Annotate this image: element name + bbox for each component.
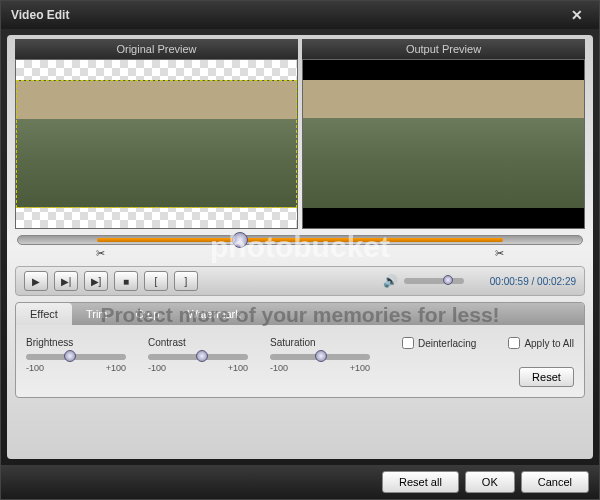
original-crop-frame[interactable]	[16, 80, 297, 208]
timeline-markers: ✂ ✂	[17, 247, 583, 260]
original-preview-body[interactable]	[15, 59, 298, 229]
original-preview-column: Original Preview	[15, 39, 298, 229]
brightness-min: -100	[26, 363, 44, 373]
ok-button[interactable]: OK	[465, 471, 515, 493]
volume-slider[interactable]	[404, 278, 464, 284]
scissors-in-icon[interactable]: ✂	[96, 247, 105, 260]
timeline: ✂ ✂	[17, 235, 583, 260]
contrast-label: Contrast	[148, 337, 248, 348]
apply-all-checkbox[interactable]: Apply to All	[508, 337, 573, 349]
tab-crop[interactable]: Crop	[122, 303, 174, 325]
footer: Reset all OK Cancel	[1, 465, 599, 499]
original-preview-header: Original Preview	[15, 39, 298, 59]
saturation-thumb[interactable]	[315, 350, 327, 362]
tab-watermark[interactable]: Watermark	[173, 303, 254, 325]
contrast-thumb[interactable]	[196, 350, 208, 362]
brightness-max: +100	[106, 363, 126, 373]
timeline-track[interactable]	[17, 235, 583, 245]
deinterlacing-input[interactable]	[402, 337, 414, 349]
reset-all-button[interactable]: Reset all	[382, 471, 459, 493]
content-area: Original Preview Output Preview photobuc…	[7, 35, 593, 459]
scissors-out-icon[interactable]: ✂	[495, 247, 504, 260]
play-button[interactable]: ▶	[24, 271, 48, 291]
apply-column: Apply to All Reset	[508, 337, 573, 387]
brightness-group: Brightness -100+100	[26, 337, 126, 373]
step-icon: ▶|	[61, 276, 72, 287]
next-icon: ▶]	[91, 276, 102, 287]
tab-trim[interactable]: Trim	[72, 303, 122, 325]
deinterlacing-column: Deinterlacing	[402, 337, 476, 349]
mark-out-button[interactable]: ]	[174, 271, 198, 291]
bracket-in-icon: [	[155, 276, 158, 287]
titlebar: Video Edit ✕	[1, 1, 599, 29]
contrast-min: -100	[148, 363, 166, 373]
deinterlacing-label: Deinterlacing	[418, 338, 476, 349]
playback-controls: ▶ ▶| ▶] ■ [ ] 🔊 00:00:59 / 00:02:29	[15, 266, 585, 296]
saturation-group: Saturation -100+100	[270, 337, 370, 373]
apply-all-input[interactable]	[508, 337, 520, 349]
apply-all-label: Apply to All	[524, 338, 573, 349]
play-icon: ▶	[32, 276, 40, 287]
volume-thumb[interactable]	[443, 275, 453, 285]
mark-in-button[interactable]: [	[144, 271, 168, 291]
step-button[interactable]: ▶|	[54, 271, 78, 291]
output-video-frame	[303, 60, 584, 228]
saturation-min: -100	[270, 363, 288, 373]
stop-button[interactable]: ■	[114, 271, 138, 291]
effect-panel: Effect Trim Crop Watermark Brightness -1…	[15, 302, 585, 398]
saturation-label: Saturation	[270, 337, 370, 348]
timeline-selection	[97, 238, 503, 242]
volume-area: 🔊 00:00:59 / 00:02:29	[383, 274, 576, 288]
contrast-max: +100	[228, 363, 248, 373]
output-preview-header: Output Preview	[302, 39, 585, 59]
output-preview-column: Output Preview	[302, 39, 585, 229]
brightness-slider[interactable]	[26, 354, 126, 360]
contrast-group: Contrast -100+100	[148, 337, 248, 373]
cancel-button[interactable]: Cancel	[521, 471, 589, 493]
deinterlacing-checkbox[interactable]: Deinterlacing	[402, 337, 476, 349]
reset-effect-button[interactable]: Reset	[519, 367, 574, 387]
window-title: Video Edit	[11, 8, 69, 22]
tabs: Effect Trim Crop Watermark	[16, 303, 584, 325]
preview-row: Original Preview Output Preview	[15, 39, 585, 229]
saturation-max: +100	[350, 363, 370, 373]
bracket-out-icon: ]	[185, 276, 188, 287]
output-preview-body	[302, 59, 585, 229]
saturation-slider[interactable]	[270, 354, 370, 360]
video-edit-window: Video Edit ✕ Original Preview Output Pre…	[0, 0, 600, 500]
tab-effect[interactable]: Effect	[16, 303, 72, 325]
brightness-thumb[interactable]	[64, 350, 76, 362]
next-button[interactable]: ▶]	[84, 271, 108, 291]
timeline-playhead[interactable]	[232, 232, 248, 248]
brightness-label: Brightness	[26, 337, 126, 348]
stop-icon: ■	[123, 276, 129, 287]
time-display: 00:00:59 / 00:02:29	[490, 276, 576, 287]
contrast-slider[interactable]	[148, 354, 248, 360]
close-icon[interactable]: ✕	[565, 5, 589, 25]
volume-icon[interactable]: 🔊	[383, 274, 398, 288]
effect-tab-body: Brightness -100+100 Contrast -100+100 Sa…	[16, 325, 584, 397]
